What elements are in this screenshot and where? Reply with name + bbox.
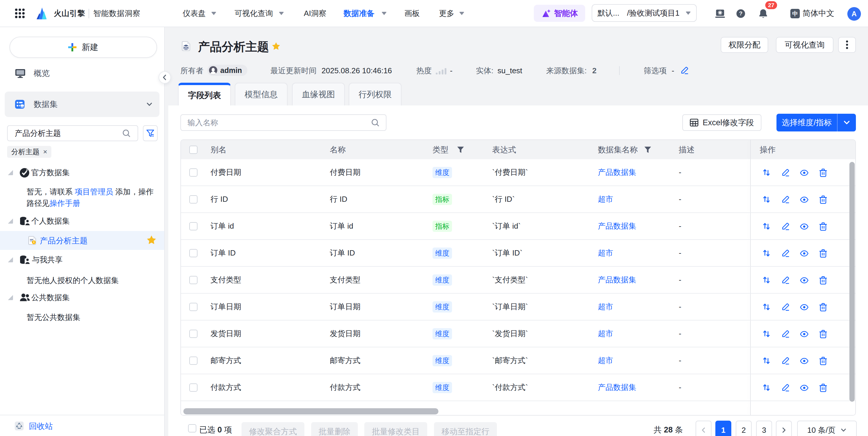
svg-text:?: ?	[739, 10, 743, 17]
svg-text:中: 中	[793, 11, 798, 17]
